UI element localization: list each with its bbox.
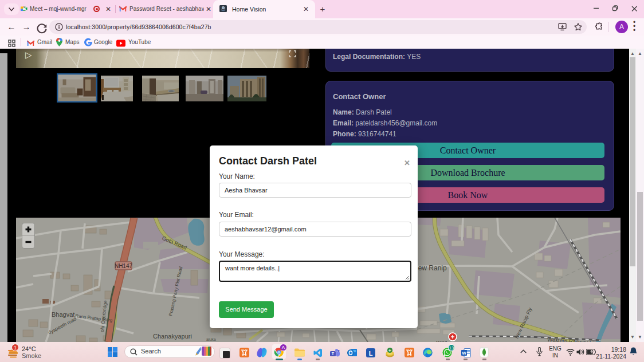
svg-text:Bhagvat: Bhagvat [52,311,74,318]
svg-text:Chanakyapuri: Chanakyapuri [153,333,192,340]
svg-text:aluka: aluka [206,337,216,341]
svg-text:NH147: NH147 [115,263,133,269]
svg-text:T: T [332,352,335,356]
svg-text:W: W [462,351,466,356]
svg-text:New Ranip: New Ranip [413,264,447,272]
svg-text:+: + [388,348,391,353]
svg-text:L: L [369,350,373,357]
